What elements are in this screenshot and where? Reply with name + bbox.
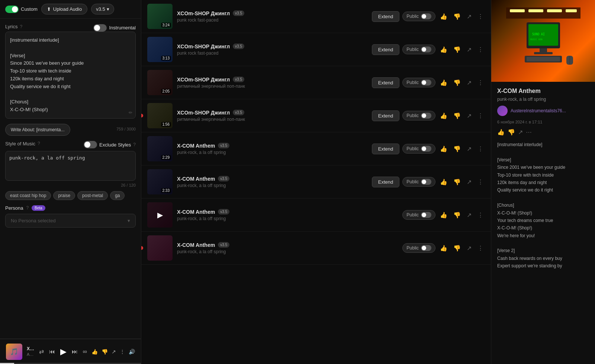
extend-button[interactable]: Extend [372,110,399,121]
public-toggle-track[interactable] [421,13,431,19]
play-button[interactable]: ▶ [60,347,67,357]
more-song-button[interactable]: ⋮ [476,12,485,22]
dislike-song-button[interactable]: 👎 [452,45,462,55]
right-share-button[interactable]: ↗ [518,129,523,136]
public-label: Public [406,80,419,85]
like-song-button[interactable]: 👍 [438,12,449,22]
song-duration: 3:13 [161,56,171,61]
like-song-button[interactable]: 👍 [438,144,449,154]
public-toggle-track[interactable] [421,212,431,218]
share-song-button[interactable]: ↗ [465,243,473,253]
custom-toggle[interactable]: Custom [5,6,38,13]
like-song-button[interactable]: 👍 [438,45,449,55]
dislike-song-button[interactable]: 👎 [452,78,462,88]
like-song-button[interactable]: 👍 [438,78,449,88]
extend-button[interactable]: Extend [372,177,399,187]
like-song-button[interactable]: 👍 [438,177,449,187]
next-button[interactable]: ⏭ [72,348,78,355]
extend-button[interactable]: Extend [372,44,399,55]
share-song-button[interactable]: ↗ [465,144,473,154]
instrumental-toggle[interactable] [93,24,107,32]
style-input[interactable]: punk-rock, a la off spring [5,151,136,181]
public-toggle-track[interactable] [421,146,431,152]
dislike-song-button[interactable]: 👎 [452,243,462,253]
song-item[interactable]: 3:13 XCOm-SHOP Джингл v3.5 punk rock fas… [141,33,491,66]
style-tag[interactable]: east coast hip hop [5,191,51,200]
style-tag[interactable]: post-metal [77,191,108,200]
exclude-toggle[interactable] [84,141,97,148]
upload-audio-button[interactable]: ⬆ Upload Audio [41,4,87,15]
dislike-song-button[interactable]: 👎 [452,144,462,154]
version-selector[interactable]: v3.5 ▾ [91,4,114,15]
dislike-song-button[interactable]: 👎 [452,111,462,121]
public-label: Public [406,245,419,251]
public-toggle-track[interactable] [421,80,431,86]
persona-section: Persona ? Beta No Persona selected ▾ [5,205,136,228]
song-item[interactable]: 2:05 XCOm-SHOP Джингл v3.5 ритмичный эне… [141,66,491,99]
style-tag[interactable]: praise [53,191,75,200]
public-toggle[interactable]: Public [402,111,435,120]
share-song-button[interactable]: ↗ [465,210,473,220]
persona-select[interactable]: No Persona selected ▾ [5,214,136,228]
public-toggle-track[interactable] [421,245,431,251]
public-toggle-track[interactable] [421,113,431,119]
retro-computer-svg: SUNO AI MUSIC GEN [506,7,580,74]
volume-button[interactable]: 🔊 [129,349,135,355]
more-song-button[interactable]: ⋮ [476,45,485,55]
song-item[interactable]: 2:29 X-COM Anthem v3.5 punk-rock, a la o… [141,132,491,165]
share-song-button[interactable]: ↗ [465,45,473,55]
more-song-button[interactable]: ⋮ [476,243,485,253]
toggle-track[interactable] [5,6,19,13]
dislike-song-button[interactable]: 👎 [452,177,462,187]
help-icon: ? [20,24,22,29]
song-actions: Extend Public 👍 👎 ↗ ⋮ [372,110,485,121]
public-toggle[interactable]: Public [402,45,435,54]
style-tag[interactable]: ga [110,191,125,200]
right-like-button[interactable]: 👍 [497,129,505,136]
dislike-song-button[interactable]: 👎 [452,210,462,220]
like-song-button[interactable]: 👍 [438,243,449,253]
like-song-button[interactable]: 👍 [438,210,449,220]
public-toggle[interactable]: Public [402,12,435,21]
loop-button[interactable]: ∞ [83,348,87,355]
instrumental-toggle-row[interactable]: Instrumental [93,24,136,32]
share-song-button[interactable]: ↗ [465,12,473,22]
extend-button[interactable]: Extend [372,144,399,154]
song-info: XCOm-SHOP Джингл v3.5 punk rock fast-pac… [177,10,367,23]
more-song-button[interactable]: ⋮ [476,78,485,88]
song-item[interactable]: 2:33 X-COM Anthem v3.5 punk-rock, a la o… [141,165,491,199]
public-toggle[interactable]: Public [402,243,435,253]
public-toggle-track[interactable] [421,179,431,185]
shuffle-button[interactable]: ⇄ [39,348,44,355]
public-toggle[interactable]: Public [402,210,435,220]
extend-button[interactable]: Extend [372,11,399,22]
right-dislike-button[interactable]: 👎 [508,129,515,136]
share-song-button[interactable]: ↗ [465,111,473,121]
public-toggle[interactable]: Public [402,144,435,154]
extend-button[interactable]: Extend [372,77,399,88]
more-song-button[interactable]: ⋮ [476,111,485,121]
share-song-button[interactable]: ↗ [465,78,473,88]
song-item[interactable]: 3:24 XCOm-SHOP Джингл v3.5 punk rock fas… [141,0,491,33]
right-more-button[interactable]: ⋯ [526,129,532,136]
dislike-button[interactable]: 👎 [102,349,108,355]
song-item[interactable]: X-COM Anthem v3.5 punk-rock, a la off sp… [141,232,491,265]
more-song-button[interactable]: ⋮ [476,210,485,220]
like-button[interactable]: 👍 [91,349,98,355]
more-button[interactable]: ⋮ [120,349,125,355]
public-toggle-track[interactable] [421,46,431,52]
share-song-button[interactable]: ↗ [465,177,473,187]
song-item[interactable]: ▶ X-COM Anthem v3.5 punk-rock, a la off … [141,199,491,232]
write-about-button[interactable]: Write About: [instrumenta... [5,124,70,136]
more-song-button[interactable]: ⋮ [476,177,485,187]
more-song-button[interactable]: ⋮ [476,144,485,154]
dislike-song-button[interactable]: 👎 [452,12,462,22]
chevron-down-icon: ▾ [107,6,109,12]
public-toggle[interactable]: Public [402,177,435,187]
song-item[interactable]: 1:56 XCOm-SHOP Джингл v3.5 ритмичный эне… [141,99,491,132]
public-toggle[interactable]: Public [402,78,435,87]
share-button[interactable]: ↗ [112,349,116,355]
lyrics-area[interactable]: [instrumental interlude] [Verse] Since 2… [5,32,136,119]
prev-button[interactable]: ⏮ [49,348,55,355]
like-song-button[interactable]: 👍 [438,111,449,121]
